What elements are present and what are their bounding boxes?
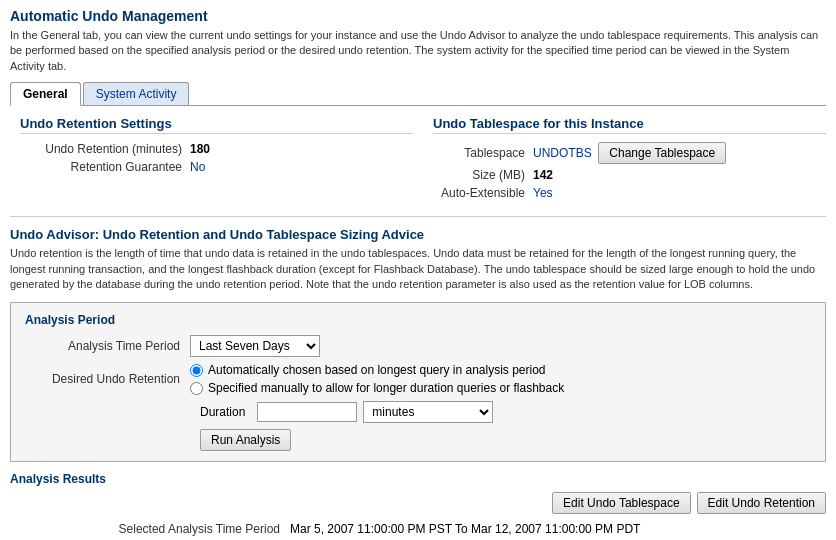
- run-analysis-button[interactable]: Run Analysis: [200, 429, 291, 451]
- retention-guarantee-item: Retention Guarantee No: [20, 160, 413, 174]
- edit-tablespace-button[interactable]: Edit Undo Tablespace: [552, 492, 691, 514]
- tabs-bar: General System Activity: [10, 82, 826, 106]
- time-period-label: Analysis Time Period: [25, 339, 190, 353]
- advisor-section: Undo Advisor: Undo Retention and Undo Ta…: [10, 227, 826, 540]
- selected-period-label: Selected Analysis Time Period: [20, 522, 290, 536]
- tablespace-name-row: Tablespace UNDOTBS Change Tablespace: [433, 142, 826, 164]
- radio-group: Automatically chosen based on longest qu…: [190, 363, 564, 395]
- duration-row: Duration minutes hours days: [200, 401, 811, 423]
- tablespace-size-value: 142: [533, 168, 553, 182]
- radio-manual-label: Specified manually to allow for longer d…: [208, 381, 564, 395]
- tablespace-size-label: Size (MB): [433, 168, 533, 182]
- page-title: Automatic Undo Management: [10, 8, 826, 24]
- tab-general[interactable]: General: [10, 82, 81, 106]
- results-buttons: Edit Undo Tablespace Edit Undo Retention: [10, 492, 826, 514]
- edit-retention-button[interactable]: Edit Undo Retention: [697, 492, 826, 514]
- time-period-select[interactable]: Last Seven Days Last 24 Hours Last Hour …: [190, 335, 320, 357]
- selected-period-row: Selected Analysis Time Period Mar 5, 200…: [20, 522, 826, 536]
- radio-manual-item[interactable]: Specified manually to allow for longer d…: [190, 381, 564, 395]
- desired-undo-label: Desired Undo Retention: [25, 372, 190, 386]
- auto-ext-label: Auto-Extensible: [433, 186, 533, 200]
- desired-undo-row: Desired Undo Retention Automatically cho…: [25, 363, 811, 395]
- radio-auto[interactable]: [190, 364, 203, 377]
- advisor-title: Undo Advisor: Undo Retention and Undo Ta…: [10, 227, 826, 242]
- radio-auto-label: Automatically chosen based on longest qu…: [208, 363, 546, 377]
- tablespace-col: Undo Tablespace for this Instance Tables…: [413, 116, 826, 204]
- settings-row: Undo Retention Settings Undo Retention (…: [10, 116, 826, 204]
- change-tablespace-button[interactable]: Change Tablespace: [598, 142, 726, 164]
- duration-input[interactable]: [257, 402, 357, 422]
- time-period-row: Analysis Time Period Last Seven Days Las…: [25, 335, 811, 357]
- radio-auto-item[interactable]: Automatically chosen based on longest qu…: [190, 363, 564, 377]
- tablespace-label: Tablespace: [433, 146, 533, 160]
- tablespace-size-row: Size (MB) 142: [433, 168, 826, 182]
- radio-manual[interactable]: [190, 382, 203, 395]
- advisor-description: Undo retention is the length of time tha…: [10, 246, 826, 292]
- auto-ext-row: Auto-Extensible Yes: [433, 186, 826, 200]
- retention-guarantee-label: Retention Guarantee: [20, 160, 190, 174]
- undo-retention-header: Undo Retention Settings: [20, 116, 413, 134]
- undo-retention-item: Undo Retention (minutes) 180: [20, 142, 413, 156]
- duration-unit-select[interactable]: minutes hours days: [363, 401, 493, 423]
- duration-label: Duration: [200, 405, 245, 419]
- analysis-period-title: Analysis Period: [25, 313, 811, 327]
- undo-retention-value: 180: [190, 142, 210, 156]
- divider-1: [10, 216, 826, 217]
- undo-retention-label: Undo Retention (minutes): [20, 142, 190, 156]
- auto-ext-link[interactable]: Yes: [533, 186, 553, 200]
- tablespace-header: Undo Tablespace for this Instance: [433, 116, 826, 134]
- page-description: In the General tab, you can view the cur…: [10, 28, 826, 74]
- analysis-period-box: Analysis Period Analysis Time Period Las…: [10, 302, 826, 462]
- results-title: Analysis Results: [10, 472, 826, 486]
- undo-retention-col: Undo Retention Settings Undo Retention (…: [10, 116, 413, 204]
- selected-period-value: Mar 5, 2007 11:00:00 PM PST To Mar 12, 2…: [290, 522, 640, 536]
- tablespace-link[interactable]: UNDOTBS: [533, 146, 592, 160]
- retention-guarantee-link[interactable]: No: [190, 160, 205, 174]
- run-analysis-row: Run Analysis: [200, 429, 811, 451]
- results-section: Analysis Results Edit Undo Tablespace Ed…: [10, 472, 826, 540]
- tab-system-activity[interactable]: System Activity: [83, 82, 190, 105]
- results-data: Selected Analysis Time Period Mar 5, 200…: [10, 522, 826, 540]
